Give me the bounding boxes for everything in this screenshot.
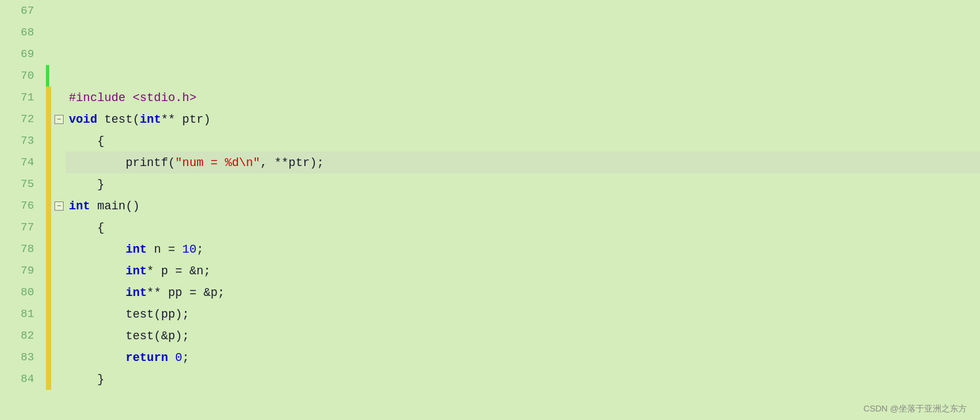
code-token: 0 bbox=[175, 351, 182, 364]
code-line: return 0; bbox=[66, 346, 980, 368]
line-number: 73 bbox=[0, 130, 39, 152]
code-line: int** pp = &p; bbox=[66, 282, 980, 303]
gutter-cell bbox=[46, 368, 66, 390]
code-editor: 676869707172737475767778798081828384 −− … bbox=[0, 0, 980, 420]
code-line: int n = 10; bbox=[66, 238, 980, 260]
code-line: int* p = &n; bbox=[66, 260, 980, 282]
fold-icon[interactable]: − bbox=[54, 115, 64, 124]
code-token bbox=[69, 243, 125, 256]
code-token: int bbox=[125, 286, 146, 299]
line-number: 76 bbox=[0, 195, 39, 217]
line-number: 79 bbox=[0, 260, 39, 282]
line-number: 74 bbox=[0, 152, 39, 173]
line-number: 70 bbox=[0, 65, 39, 87]
line-number: 69 bbox=[0, 43, 39, 65]
line-number: 81 bbox=[0, 303, 39, 325]
code-line: } bbox=[66, 173, 980, 195]
code-token bbox=[69, 351, 125, 364]
gutter: −− bbox=[46, 0, 66, 420]
code-token: { bbox=[69, 135, 104, 148]
gutter-cell bbox=[46, 282, 66, 303]
gutter-cell bbox=[46, 87, 66, 108]
code-token: int bbox=[125, 264, 146, 278]
code-token: void bbox=[69, 113, 97, 126]
line-number: 80 bbox=[0, 282, 39, 303]
line-numbers: 676869707172737475767778798081828384 bbox=[0, 0, 46, 420]
code-line: } bbox=[66, 368, 980, 390]
gutter-cell bbox=[46, 346, 66, 368]
code-line: { bbox=[66, 130, 980, 152]
code-area: #include <stdio.h>void test(int** ptr) {… bbox=[66, 0, 980, 420]
code-token: return bbox=[125, 351, 168, 364]
code-token: ** pp = &p; bbox=[147, 286, 225, 299]
code-token: test( bbox=[97, 113, 140, 126]
line-number: 84 bbox=[0, 368, 39, 390]
code-token: { bbox=[69, 221, 104, 234]
gutter-cell bbox=[46, 260, 66, 282]
code-line bbox=[66, 65, 980, 87]
line-number: 71 bbox=[0, 87, 39, 108]
code-token: printf( bbox=[69, 156, 175, 169]
code-token: 10 bbox=[182, 243, 197, 256]
code-line: void test(int** ptr) bbox=[66, 108, 980, 130]
code-token bbox=[168, 351, 175, 364]
code-token: ; bbox=[182, 351, 190, 364]
line-number: 68 bbox=[0, 22, 39, 43]
line-number: 75 bbox=[0, 173, 39, 195]
code-line: test(&p); bbox=[66, 325, 980, 346]
code-token: int bbox=[125, 243, 146, 256]
gutter-cell bbox=[46, 22, 66, 43]
code-line: #include <stdio.h> bbox=[66, 87, 980, 108]
code-token: * p = &n; bbox=[147, 264, 211, 278]
line-number: 72 bbox=[0, 108, 39, 130]
code-token: , **ptr); bbox=[260, 156, 324, 169]
code-line: int main() bbox=[66, 195, 980, 217]
watermark: CSDN @坐落于亚洲之东方 bbox=[863, 403, 967, 415]
code-token: #include <stdio.h> bbox=[69, 91, 196, 104]
code-line: { bbox=[66, 217, 980, 238]
line-number: 78 bbox=[0, 238, 39, 260]
code-token: } bbox=[69, 178, 104, 191]
gutter-cell bbox=[46, 65, 66, 87]
code-token: int bbox=[140, 113, 161, 126]
line-number: 77 bbox=[0, 217, 39, 238]
gutter-cell: − bbox=[46, 195, 66, 217]
gutter-cell bbox=[46, 130, 66, 152]
line-number: 82 bbox=[0, 325, 39, 346]
code-token bbox=[69, 264, 125, 278]
code-line bbox=[66, 43, 980, 65]
code-token: test(&p); bbox=[69, 329, 190, 343]
code-token: test(pp); bbox=[69, 308, 190, 321]
code-line bbox=[66, 0, 980, 22]
code-token: "num = %d\n" bbox=[175, 156, 260, 169]
code-token: ** ptr) bbox=[161, 113, 211, 126]
gutter-cell bbox=[46, 217, 66, 238]
line-number: 67 bbox=[0, 0, 39, 22]
fold-icon[interactable]: − bbox=[54, 201, 64, 211]
gutter-cell: − bbox=[46, 108, 66, 130]
gutter-cell bbox=[46, 325, 66, 346]
gutter-cell bbox=[46, 43, 66, 65]
code-token: n = bbox=[147, 243, 182, 256]
code-token: main() bbox=[90, 200, 140, 213]
code-line: test(pp); bbox=[66, 303, 980, 325]
gutter-cell bbox=[46, 238, 66, 260]
code-line bbox=[66, 22, 980, 43]
line-number: 83 bbox=[0, 346, 39, 368]
gutter-cell bbox=[46, 152, 66, 173]
gutter-cell bbox=[46, 303, 66, 325]
code-token: ; bbox=[196, 243, 203, 256]
code-line: printf("num = %d\n", **ptr); bbox=[66, 152, 980, 173]
code-token bbox=[69, 286, 125, 299]
code-token: int bbox=[69, 200, 90, 213]
code-token: } bbox=[69, 373, 104, 386]
gutter-cell bbox=[46, 173, 66, 195]
gutter-cell bbox=[46, 0, 66, 22]
